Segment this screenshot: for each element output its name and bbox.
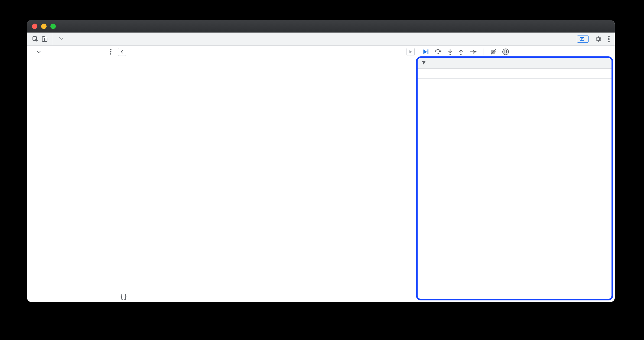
traffic-lights [32, 24, 56, 29]
call-stack-panel: ▼ [416, 56, 613, 300]
titlebar [27, 20, 615, 33]
step-into-icon[interactable] [447, 48, 453, 55]
deactivate-breakpoints-icon[interactable] [490, 49, 497, 55]
close-icon[interactable] [32, 24, 37, 29]
file-tree[interactable] [27, 58, 116, 302]
line-gutter[interactable] [116, 58, 137, 291]
main-tabs [27, 33, 615, 46]
show-ignored-frames-checkbox[interactable] [421, 71, 426, 76]
code-editor[interactable] [116, 58, 417, 291]
nav-kebab-icon[interactable] [110, 49, 112, 55]
svg-point-13 [460, 53, 462, 55]
svg-point-14 [475, 51, 477, 52]
minimize-icon[interactable] [41, 24, 47, 29]
svg-point-5 [608, 38, 610, 40]
inspect-tools [27, 33, 52, 45]
debugger-pane: ▼ [417, 46, 615, 302]
pause-on-exceptions-icon[interactable] [502, 49, 509, 55]
call-stack-header[interactable]: ▼ [418, 58, 612, 69]
step-icon[interactable] [469, 49, 477, 54]
issues-badge[interactable] [577, 36, 589, 43]
editor-pane: {} [116, 46, 417, 302]
settings-icon[interactable] [595, 36, 602, 43]
svg-point-8 [110, 51, 112, 52]
editor-run-snippet-icon[interactable] [406, 48, 415, 56]
fullscreen-icon[interactable] [50, 24, 56, 29]
editor-history-back-icon[interactable] [118, 48, 126, 56]
svg-point-9 [110, 53, 112, 54]
svg-point-11 [438, 53, 439, 54]
more-tabs-icon[interactable] [52, 33, 70, 45]
svg-rect-16 [506, 50, 507, 53]
inspect-element-icon[interactable] [32, 36, 38, 42]
step-out-icon[interactable] [458, 48, 464, 55]
svg-point-6 [608, 41, 610, 42]
toolbar-divider [483, 49, 483, 55]
svg-rect-2 [44, 38, 47, 41]
pretty-print-icon[interactable]: {} [120, 293, 128, 300]
kebab-menu-icon[interactable] [608, 36, 610, 43]
svg-rect-15 [505, 50, 505, 53]
device-toolbar-icon[interactable] [42, 36, 48, 42]
resume-icon[interactable] [422, 48, 429, 55]
devtools-window: {} [27, 20, 615, 302]
code-content[interactable] [137, 58, 417, 291]
nav-more-tabs-icon[interactable] [36, 49, 42, 55]
navigator-pane [27, 46, 116, 302]
call-stack-frames[interactable] [418, 79, 612, 299]
show-ignored-frames-toggle[interactable] [418, 69, 612, 79]
svg-point-12 [450, 53, 451, 55]
step-over-icon[interactable] [434, 49, 442, 55]
svg-point-4 [608, 36, 610, 37]
svg-rect-10 [428, 49, 428, 54]
disclosure-triangle-icon: ▼ [421, 59, 427, 66]
svg-point-7 [110, 49, 112, 50]
editor-status-bar: {} [116, 291, 417, 302]
